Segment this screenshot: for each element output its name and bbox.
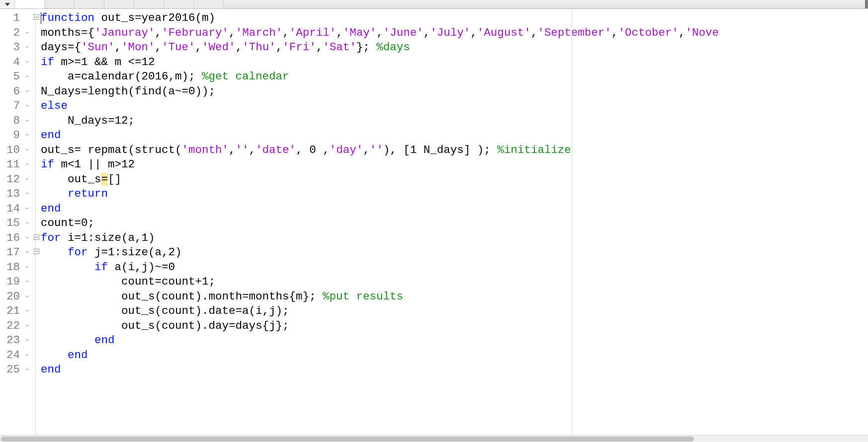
bp-marker[interactable]: - bbox=[23, 114, 32, 129]
code-line[interactable]: a=calendar(2016,m); %get calnedar bbox=[41, 70, 868, 84]
code-line[interactable]: count=0; bbox=[41, 216, 868, 231]
tab-1[interactable] bbox=[45, 0, 75, 8]
bp-marker[interactable]: - bbox=[23, 348, 32, 363]
bp-marker[interactable]: - bbox=[23, 157, 32, 172]
line-number: 20 bbox=[0, 290, 23, 304]
bp-marker[interactable]: - bbox=[23, 216, 32, 231]
line-number: 10 bbox=[0, 143, 23, 158]
chevron-down-icon bbox=[5, 3, 10, 6]
code-line[interactable]: N_days=12; bbox=[41, 114, 868, 129]
fold-guide-line bbox=[35, 16, 36, 435]
code-line[interactable]: function out_s=year2016(m) bbox=[41, 11, 868, 26]
tab-3[interactable] bbox=[104, 0, 134, 8]
tab-overflow-indicator bbox=[865, 0, 868, 8]
bp-marker[interactable]: - bbox=[23, 172, 32, 187]
code-line[interactable]: out_s(count).day=days{j}; bbox=[41, 319, 868, 334]
bp-marker[interactable]: - bbox=[23, 333, 32, 348]
lint-highlight: = bbox=[101, 173, 108, 186]
code-line[interactable]: out_s(count).month=months{m}; %put resul… bbox=[41, 290, 868, 304]
tab-4[interactable] bbox=[134, 0, 164, 8]
bp-marker[interactable]: - bbox=[23, 70, 32, 84]
line-number: 6 bbox=[0, 84, 23, 99]
tab-6[interactable] bbox=[194, 0, 224, 8]
bp-marker[interactable]: - bbox=[23, 275, 32, 290]
bp-marker[interactable]: - bbox=[23, 319, 32, 334]
fold-toggle[interactable] bbox=[32, 231, 41, 246]
tab-bar bbox=[0, 0, 868, 9]
line-number: 1 bbox=[0, 11, 23, 26]
fold-toggle[interactable] bbox=[32, 11, 41, 26]
line-number: 14 bbox=[0, 202, 23, 217]
code-editor: 1 2 3 4 5 6 7 8 9 10 11 12 13 14 15 16 1… bbox=[0, 0, 868, 442]
code-line[interactable]: if a(i,j)~=0 bbox=[41, 260, 868, 275]
code-line[interactable]: days={'Sun','Mon','Tue','Wed','Thu','Fri… bbox=[41, 40, 868, 55]
minus-box-icon bbox=[34, 249, 39, 254]
bp-marker[interactable] bbox=[23, 11, 32, 26]
bp-marker[interactable]: - bbox=[23, 99, 32, 114]
bp-marker[interactable]: - bbox=[23, 84, 32, 99]
code-line[interactable]: return bbox=[41, 187, 868, 202]
line-number: 12 bbox=[0, 172, 23, 187]
bp-marker[interactable]: - bbox=[23, 55, 32, 70]
code-line[interactable]: end bbox=[41, 202, 868, 217]
bp-marker[interactable]: - bbox=[23, 143, 32, 158]
code-line[interactable]: for j=1:size(a,2) bbox=[41, 245, 868, 260]
code-line[interactable]: end bbox=[41, 348, 868, 363]
bp-marker[interactable]: - bbox=[23, 245, 32, 260]
line-number: 5 bbox=[0, 70, 23, 84]
line-number: 19 bbox=[0, 275, 23, 290]
bp-marker[interactable]: - bbox=[23, 26, 32, 41]
tab-history-dropdown[interactable] bbox=[0, 0, 15, 8]
code-line[interactable]: out_s=[] bbox=[41, 172, 868, 187]
line-number: 18 bbox=[0, 260, 23, 275]
scrollbar-thumb[interactable] bbox=[1, 437, 694, 442]
code-line[interactable]: if m>=1 && m <=12 bbox=[41, 55, 868, 70]
line-number: 23 bbox=[0, 333, 23, 348]
code-line[interactable]: months={'Januray','February','March','Ap… bbox=[41, 26, 868, 41]
line-number: 9 bbox=[0, 128, 23, 143]
bp-marker[interactable]: - bbox=[23, 187, 32, 202]
tab-5[interactable] bbox=[164, 0, 194, 8]
bp-marker[interactable]: - bbox=[23, 202, 32, 217]
fold-toggle[interactable] bbox=[32, 245, 41, 260]
scrollbar-track[interactable] bbox=[1, 437, 867, 442]
line-number: 3 bbox=[0, 40, 23, 55]
line-number: 4 bbox=[0, 55, 23, 70]
bp-marker[interactable]: - bbox=[23, 290, 32, 304]
code-line[interactable]: out_s= repmat(struct('month','','date', … bbox=[41, 143, 868, 158]
line-number: 24 bbox=[0, 348, 23, 363]
code-line[interactable]: N_days=length(find(a~=0)); bbox=[41, 84, 868, 99]
line-number: 13 bbox=[0, 187, 23, 202]
code-line[interactable]: else bbox=[41, 99, 868, 114]
tab-2[interactable] bbox=[75, 0, 104, 8]
breakpoint-gutter[interactable]: - - - - - - - - - - - - - - - - - - - - … bbox=[23, 9, 32, 435]
bp-marker[interactable]: - bbox=[23, 40, 32, 55]
code-line[interactable]: end bbox=[41, 363, 868, 377]
line-number: 21 bbox=[0, 304, 23, 319]
line-number: 8 bbox=[0, 114, 23, 129]
bp-marker[interactable]: - bbox=[23, 304, 32, 319]
text-cursor-icon bbox=[41, 12, 41, 24]
bp-marker[interactable]: - bbox=[23, 363, 32, 377]
code-line[interactable]: count=count+1; bbox=[41, 275, 868, 290]
bp-marker[interactable]: - bbox=[23, 128, 32, 143]
code-line[interactable]: out_s(count).date=a(i,j); bbox=[41, 304, 868, 319]
bp-marker[interactable]: - bbox=[23, 231, 32, 246]
code-line[interactable]: for i=1:size(a,1) bbox=[41, 231, 868, 246]
line-number-gutter: 1 2 3 4 5 6 7 8 9 10 11 12 13 14 15 16 1… bbox=[0, 9, 23, 435]
line-number: 2 bbox=[0, 26, 23, 41]
line-number: 17 bbox=[0, 245, 23, 260]
tab-active[interactable] bbox=[15, 0, 45, 8]
minus-box-icon bbox=[34, 234, 39, 240]
code-line[interactable]: end bbox=[41, 128, 868, 143]
code-text-area[interactable]: function out_s=year2016(m) months={'Janu… bbox=[41, 9, 868, 435]
code-line[interactable]: if m<1 || m>12 bbox=[41, 157, 868, 172]
horizontal-scrollbar[interactable] bbox=[0, 435, 868, 442]
line-number: 22 bbox=[0, 319, 23, 334]
bp-marker[interactable]: - bbox=[23, 260, 32, 275]
line-number: 25 bbox=[0, 363, 23, 377]
line-number: 16 bbox=[0, 231, 23, 246]
code-line[interactable]: end bbox=[41, 333, 868, 348]
editor-body: 1 2 3 4 5 6 7 8 9 10 11 12 13 14 15 16 1… bbox=[0, 9, 868, 435]
minus-box-icon bbox=[34, 14, 39, 20]
